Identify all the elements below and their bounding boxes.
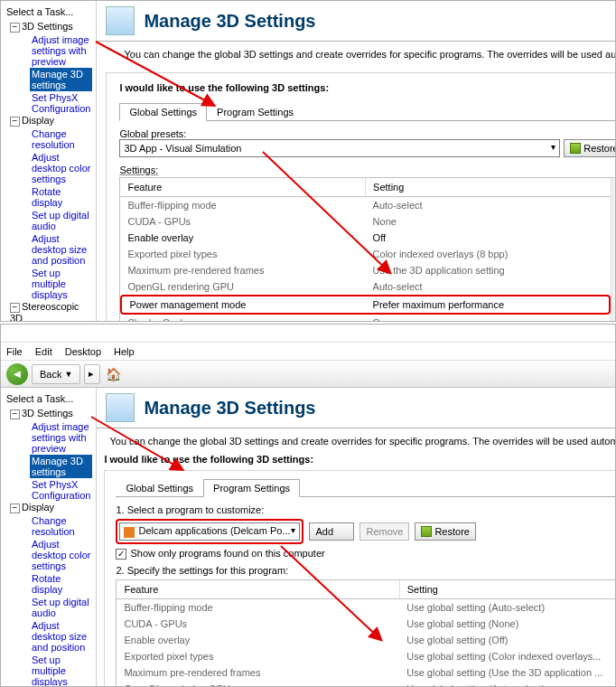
cell-feature: Exported pixel types (117, 648, 399, 664)
chevron-down-icon: ▼ (64, 370, 72, 379)
col-feature: Feature (117, 580, 399, 598)
table-row[interactable]: Exported pixel typesUse global setting (… (117, 648, 616, 664)
tabs: Global Settings Program Settings (116, 478, 616, 497)
show-only-checkbox[interactable]: ✓ (116, 549, 126, 560)
tab-global-settings[interactable]: Global Settings (116, 479, 203, 497)
sidebar-title: Select a Task... (5, 5, 92, 21)
table-row[interactable]: OpenGL rendering GPUAuto-select (120, 278, 610, 295)
tree-link[interactable]: Set up digital audio (30, 596, 92, 619)
cell-feature: CUDA - GPUs (117, 616, 399, 632)
tree-link[interactable]: Change resolution (30, 127, 92, 151)
step-1-label: 1. Select a program to customize: (116, 504, 616, 515)
restore-button[interactable]: Restore (415, 522, 476, 541)
tree-link[interactable]: Adjust desktop size and position (30, 619, 92, 654)
page-description: You can change the global 3D settings an… (97, 428, 616, 454)
nvidia-3d-icon (106, 6, 135, 35)
nvidia-icon (570, 143, 581, 154)
tree-toggle[interactable]: − (10, 23, 20, 33)
step-2-label: 2. Specify the settings for this program… (116, 565, 616, 576)
panel-global-settings: Select a Task... −3D SettingsAdjust imag… (0, 0, 616, 322)
table-row[interactable]: Enable overlayUse global setting (Off) (117, 632, 616, 648)
tree-link[interactable]: Adjust image settings with preview (30, 420, 92, 455)
tree-link[interactable]: Adjust image settings with preview (30, 33, 92, 68)
tree-link[interactable]: Set up multiple displays (30, 654, 92, 687)
page-description: You can change the global 3D settings an… (97, 42, 616, 67)
remove-button: Remove (359, 522, 409, 541)
settings-label: Settings: (119, 165, 616, 175)
tree-group-label: Display (22, 115, 54, 126)
cell-feature: Buffer-flipping mode (120, 197, 365, 213)
cell-setting: Prefer maximum performance (366, 296, 609, 313)
nvidia-icon (421, 526, 432, 537)
settings-heading: I would like to use the following 3D set… (119, 82, 616, 93)
table-row[interactable]: Maximum pre-rendered framesUse global se… (117, 664, 616, 681)
cell-setting: Auto-select (366, 197, 611, 213)
cell-feature: Enable overlay (120, 230, 365, 246)
forward-button[interactable]: ▸ (84, 364, 100, 384)
scrollbar[interactable] (611, 178, 616, 322)
tree-link[interactable]: Rotate display (30, 185, 92, 209)
tree-link[interactable]: Adjust desktop color settings (30, 538, 92, 572)
tree-link[interactable]: Set up digital audio (30, 209, 92, 232)
tree-toggle[interactable]: − (10, 409, 20, 419)
cell-feature: CUDA - GPUs (120, 213, 365, 230)
tree-link[interactable]: Manage 3D settings (30, 455, 92, 478)
back-label-button[interactable]: Back ▼ (32, 364, 80, 384)
tree-link[interactable]: Set PhysX Configuration (30, 478, 92, 502)
global-preset-dropdown[interactable]: 3D App - Visual Simulation (119, 139, 560, 157)
tree-link[interactable]: Manage 3D settings (30, 68, 92, 91)
settings-heading: I would like to use the following 3D set… (104, 454, 616, 465)
tree-group-label: Display (22, 502, 54, 513)
tree-toggle[interactable]: − (10, 303, 20, 313)
page-header: Manage 3D Settings (97, 1, 616, 42)
tree-toggle[interactable]: − (10, 117, 20, 127)
tree-link[interactable]: Adjust desktop color settings (30, 151, 92, 185)
cell-feature: Enable overlay (117, 632, 399, 648)
tree-group-label: 3D Settings (22, 408, 73, 419)
tree-toggle[interactable]: − (10, 503, 20, 513)
preset-row: 3D App - Visual Simulation Restore (119, 139, 616, 157)
cell-feature: OpenGL rendering GPU (117, 681, 399, 687)
table-row[interactable]: Buffer-flipping modeAuto-select (120, 197, 610, 213)
tree-link[interactable]: Change resolution (30, 514, 92, 538)
cell-setting: Use global setting (Color indexed overla… (399, 648, 616, 664)
cell-setting: Off (366, 230, 611, 246)
tree-link[interactable]: Set PhysX Configuration (30, 91, 92, 115)
home-button[interactable]: 🏠 (104, 365, 122, 383)
tab-program-settings[interactable]: Program Settings (207, 103, 303, 121)
settings-table: Feature Setting Buffer-flipping modeAuto… (119, 177, 616, 322)
back-button[interactable]: ◄ (6, 363, 28, 385)
menu-help[interactable]: Help (114, 346, 135, 357)
table-row[interactable]: Exported pixel typesColor indexed overla… (120, 246, 610, 262)
task-tree: −3D SettingsAdjust image settings with p… (5, 408, 92, 687)
tab-program-settings[interactable]: Program Settings (203, 479, 300, 497)
table-header: Feature Setting (117, 580, 616, 599)
cell-setting: Use global setting (Auto-select) (399, 599, 616, 616)
cell-feature: Maximum pre-rendered frames (120, 262, 365, 278)
tab-global-settings[interactable]: Global Settings (119, 103, 207, 121)
tree-link[interactable]: Rotate display (30, 572, 92, 596)
toolbar: ◄ Back ▼ ▸ 🏠 (1, 361, 615, 388)
table-row[interactable]: Shader CacheOn (120, 315, 610, 322)
cell-feature: Exported pixel types (120, 246, 365, 262)
restore-button[interactable]: Restore (564, 139, 616, 157)
tree-link[interactable]: Set up multiple displays (30, 267, 92, 301)
table-row[interactable]: CUDA - GPUsUse global setting (None) (117, 616, 616, 632)
menu-desktop[interactable]: Desktop (65, 346, 101, 357)
menu-file[interactable]: File (6, 346, 23, 357)
col-setting: Setting (366, 178, 611, 196)
table-row[interactable]: Enable overlayOff (120, 230, 610, 246)
menu-edit[interactable]: Edit (35, 346, 52, 357)
cell-setting: Color indexed overlays (8 bpp) (366, 246, 611, 262)
add-button[interactable]: Add (309, 522, 354, 541)
program-dropdown[interactable]: Delcam applications (Delcam Po... (119, 522, 300, 541)
cell-feature: Shader Cache (120, 315, 365, 322)
table-row[interactable]: Power management modePrefer maximum perf… (120, 295, 610, 315)
col-setting: Setting (400, 580, 616, 598)
table-row[interactable]: Buffer-flipping modeUse global setting (… (117, 599, 616, 616)
tree-link[interactable]: Adjust desktop size and position (30, 232, 92, 267)
table-row[interactable]: CUDA - GPUsNone (120, 213, 610, 230)
cell-feature: OpenGL rendering GPU (120, 278, 365, 295)
table-row[interactable]: OpenGL rendering GPUUse global setting (… (117, 681, 616, 687)
table-row[interactable]: Maximum pre-rendered framesUse the 3D ap… (120, 262, 610, 278)
